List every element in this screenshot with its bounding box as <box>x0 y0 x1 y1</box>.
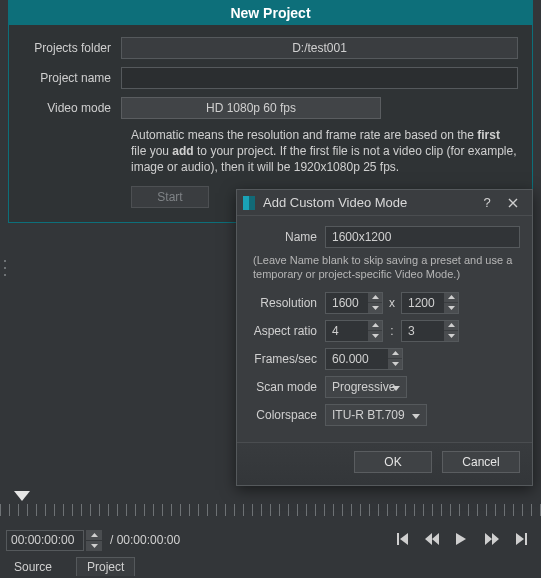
start-button-label: Start <box>157 190 182 204</box>
panel-grip-dots[interactable] <box>2 258 8 280</box>
spin-width-btns <box>368 293 382 313</box>
row-projects-folder: Projects folder <box>23 37 518 59</box>
playhead-marker-icon[interactable] <box>14 490 30 504</box>
row-video-mode: Video mode HD 1080p 60 fps <box>23 97 518 119</box>
spin-up-icon[interactable] <box>444 321 458 332</box>
label-scan: Scan mode <box>249 380 325 394</box>
play-icon[interactable] <box>455 533 469 547</box>
dialog-body: Name (Leave Name blank to skip saving a … <box>237 216 532 436</box>
spin-down-icon[interactable] <box>86 541 102 551</box>
spin-down-icon[interactable] <box>444 303 458 313</box>
resolution-width-spinner[interactable] <box>325 292 383 314</box>
row-project-name: Project name <box>23 67 518 89</box>
tab-source[interactable]: Source <box>4 558 62 576</box>
start-button[interactable]: Start <box>131 186 209 208</box>
dialog-help-button[interactable]: ? <box>474 195 500 210</box>
app-icon <box>243 196 255 210</box>
label-video-mode: Video mode <box>23 101 121 115</box>
spin-up-icon[interactable] <box>444 293 458 304</box>
label-aspect: Aspect ratio <box>249 324 325 338</box>
auto-help-text: Automatic means the resolution and frame… <box>131 127 518 176</box>
fps-spinner[interactable] <box>325 348 403 370</box>
aspect-height-spinner[interactable] <box>401 320 459 342</box>
name-input[interactable] <box>325 226 520 248</box>
timecode-input[interactable]: 00:00:00:00 <box>6 530 84 551</box>
add-custom-video-mode-dialog: Add Custom Video Mode ? Name (Leave Name… <box>236 189 533 486</box>
tab-project[interactable]: Project <box>76 557 135 576</box>
help-mid: file you <box>131 144 172 158</box>
label-resolution: Resolution <box>249 296 325 310</box>
panel-title: New Project <box>9 1 532 25</box>
playbar: 00:00:00:00 / 00:00:00:00 <box>0 526 541 554</box>
label-fps: Frames/sec <box>249 352 325 366</box>
help-bold-add: add <box>172 144 193 158</box>
row-scan: Scan mode Progressive <box>249 376 520 398</box>
dialog-titlebar[interactable]: Add Custom Video Mode ? <box>237 190 532 216</box>
spin-up-icon[interactable] <box>368 321 382 332</box>
ok-button-label: OK <box>384 455 401 469</box>
spin-down-icon[interactable] <box>368 303 382 313</box>
aspect-separator: : <box>383 324 401 338</box>
skip-previous-icon[interactable] <box>395 533 409 547</box>
scan-mode-value: Progressive <box>332 380 395 394</box>
colorspace-value: ITU-R BT.709 <box>332 408 405 422</box>
dialog-title-text: Add Custom Video Mode <box>263 195 474 210</box>
cancel-button-label: Cancel <box>462 455 499 469</box>
bottom-tabs: Source Project <box>4 556 135 576</box>
row-name: Name <box>249 226 520 248</box>
transport-controls <box>395 533 529 547</box>
spin-up-icon[interactable] <box>368 293 382 304</box>
chevron-down-icon <box>412 408 420 422</box>
help-bold-first: first <box>477 128 500 142</box>
row-resolution: Resolution x <box>249 292 520 314</box>
tab-project-label: Project <box>87 560 124 574</box>
aspect-width-spinner[interactable] <box>325 320 383 342</box>
spin-aw-btns <box>368 321 382 341</box>
label-project-name: Project name <box>23 71 121 85</box>
label-name: Name <box>249 230 325 244</box>
colorspace-combo[interactable]: ITU-R BT.709 <box>325 404 427 426</box>
row-aspect: Aspect ratio : <box>249 320 520 342</box>
duration-text: / 00:00:00:00 <box>110 533 180 547</box>
spin-down-icon[interactable] <box>368 331 382 341</box>
spin-up-icon[interactable] <box>388 349 402 360</box>
video-mode-value: HD 1080p 60 fps <box>206 101 296 115</box>
fast-forward-icon[interactable] <box>485 533 499 547</box>
dialog-close-button[interactable] <box>500 198 526 208</box>
scan-mode-combo[interactable]: Progressive <box>325 376 407 398</box>
close-icon <box>508 198 518 208</box>
skip-next-icon[interactable] <box>515 533 529 547</box>
ok-button[interactable]: OK <box>354 451 432 473</box>
tab-source-label: Source <box>14 560 52 574</box>
video-mode-combo[interactable]: HD 1080p 60 fps <box>121 97 381 119</box>
spin-down-icon[interactable] <box>444 331 458 341</box>
timecode-spinner[interactable] <box>86 530 102 551</box>
spin-ah-btns <box>444 321 458 341</box>
res-separator: x <box>383 296 401 310</box>
resolution-height-spinner[interactable] <box>401 292 459 314</box>
timecode-value: 00:00:00:00 <box>11 533 74 547</box>
row-fps: Frames/sec <box>249 348 520 370</box>
spin-down-icon[interactable] <box>388 359 402 369</box>
cancel-button[interactable]: Cancel <box>442 451 520 473</box>
rewind-icon[interactable] <box>425 533 439 547</box>
help-pre: Automatic means the resolution and frame… <box>131 128 477 142</box>
name-hint: (Leave Name blank to skip saving a prese… <box>253 254 520 282</box>
chevron-down-icon <box>392 380 400 394</box>
spin-height-btns <box>444 293 458 313</box>
spin-up-icon[interactable] <box>86 530 102 541</box>
timeline-ruler[interactable] <box>0 504 541 516</box>
row-colorspace: Colorspace ITU-R BT.709 <box>249 404 520 426</box>
projects-folder-input[interactable] <box>121 37 518 59</box>
dialog-footer: OK Cancel <box>237 442 532 485</box>
project-name-input[interactable] <box>121 67 518 89</box>
label-colorspace: Colorspace <box>249 408 325 422</box>
spin-fps-btns <box>388 349 402 369</box>
label-projects-folder: Projects folder <box>23 41 121 55</box>
